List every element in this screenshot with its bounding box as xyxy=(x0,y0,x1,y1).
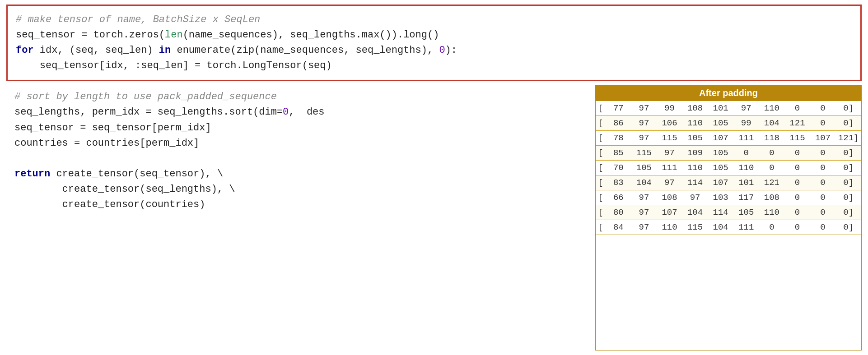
in-keyword: in xyxy=(159,45,171,56)
code-zero: 0 xyxy=(439,45,445,56)
bottom-section: # sort by length to use pack_padded_sequ… xyxy=(6,85,862,350)
table-cell: [ xyxy=(596,161,606,174)
table-cell: 105 xyxy=(733,206,759,219)
table-cell: 111 xyxy=(733,132,759,144)
table-cell: 0 xyxy=(810,191,836,204)
table-cell: 0] xyxy=(835,117,861,129)
code-sort-line: seq_lengths, perm_idx = seq_lengths.sort… xyxy=(14,106,325,118)
table-cell: 110 xyxy=(733,161,759,174)
code-tensor-line: seq_tensor = seq_tensor[perm_idx] xyxy=(14,122,211,134)
table-cell: 0 xyxy=(810,176,836,189)
table-cell: 115 xyxy=(682,221,708,234)
table-cell: 106 xyxy=(657,117,682,129)
table-cell: 0] xyxy=(835,176,861,189)
main-container: # make tensor of name, BatchSize x SeqLe… xyxy=(0,0,868,355)
table-row: [8097107104114105110000] xyxy=(596,205,861,220)
table-cell: [ xyxy=(596,117,606,129)
table-cell: [ xyxy=(596,191,606,204)
table-cell: 86 xyxy=(606,117,631,129)
table-cell: 104 xyxy=(708,221,733,234)
table-cell: 77 xyxy=(606,102,631,115)
table-row: [7897115105107111118115107121] xyxy=(596,131,861,146)
table-cell: 84 xyxy=(606,221,631,234)
table-cell: 0] xyxy=(835,221,861,234)
table-cell: 110 xyxy=(657,221,682,234)
table-cell: 115 xyxy=(657,132,682,144)
code-line-3b: enumerate(zip(name_sequences, seq_length… xyxy=(171,45,439,56)
code-line-4: seq_tensor[idx, :seq_len] = torch.LongTe… xyxy=(16,60,332,71)
table-cell: 107 xyxy=(708,132,733,144)
table-cell: 99 xyxy=(733,117,759,129)
table-cell: [ xyxy=(596,102,606,115)
table-cell: 109 xyxy=(682,147,708,159)
table-cell: 108 xyxy=(657,191,682,204)
table-cell: 80 xyxy=(606,206,631,219)
table-cell: 110 xyxy=(682,161,708,174)
table-row: [77979910810197110000] xyxy=(596,101,861,116)
table-cell: 114 xyxy=(708,206,733,219)
table-header: After padding xyxy=(596,85,861,101)
table-cell: 107 xyxy=(810,132,836,144)
table-cell: 110 xyxy=(682,117,708,129)
table-cell: [ xyxy=(596,147,606,159)
table-cell: 0 xyxy=(810,117,836,129)
table-cell: 0 xyxy=(784,221,810,234)
table-cell: 97 xyxy=(733,102,759,115)
table-cell: 97 xyxy=(631,191,657,204)
padding-table: After padding [77979910810197110000][869… xyxy=(595,85,862,350)
table-cell: 0 xyxy=(759,161,785,174)
table-cell: 0 xyxy=(810,102,836,115)
table-cell: 111 xyxy=(733,221,759,234)
table-cell: 97 xyxy=(631,132,657,144)
comment-line-1: # make tensor of name, BatchSize x SeqLe… xyxy=(16,14,260,25)
table-cell: 115 xyxy=(631,147,657,159)
table-cell: 0 xyxy=(810,206,836,219)
table-cell: 0] xyxy=(835,102,861,115)
table-cell: 108 xyxy=(682,102,708,115)
bottom-code-block: # sort by length to use pack_padded_sequ… xyxy=(6,85,595,350)
table-cell: 121 xyxy=(759,176,785,189)
table-cell: 104 xyxy=(631,176,657,189)
table-cell: 105 xyxy=(708,117,733,129)
table-cell: 0 xyxy=(810,161,836,174)
table-cell: 111 xyxy=(657,161,682,174)
table-cell: 107 xyxy=(657,206,682,219)
table-cell: 0 xyxy=(759,147,785,159)
table-cell: 83 xyxy=(606,176,631,189)
table-cell: 0] xyxy=(835,191,861,204)
table-cell: 118 xyxy=(759,132,785,144)
table-cell: 85 xyxy=(606,147,631,159)
table-cell: 107 xyxy=(708,176,733,189)
table-cell: 0] xyxy=(835,147,861,159)
table-cell: 105 xyxy=(708,147,733,159)
table-cell: 0 xyxy=(733,147,759,159)
table-cell: 105 xyxy=(631,161,657,174)
table-cell: 101 xyxy=(733,176,759,189)
table-cell: 104 xyxy=(759,117,785,129)
code-return-2: create_tensor(seq_lengths), \ xyxy=(14,184,235,195)
table-cell: 97 xyxy=(631,221,657,234)
table-cell: 110 xyxy=(759,206,785,219)
table-cell: 66 xyxy=(606,191,631,204)
table-cell: 0 xyxy=(759,221,785,234)
table-cell: 117 xyxy=(733,191,759,204)
table-cell: 0] xyxy=(835,206,861,219)
table-cell: 121] xyxy=(835,132,861,144)
code-line-3c: ): xyxy=(445,45,457,56)
table-cell: 0 xyxy=(810,147,836,159)
table-row: [851159710910500000] xyxy=(596,146,861,161)
return-keyword: return xyxy=(14,168,50,180)
table-cell: 108 xyxy=(759,191,785,204)
table-cell: 97 xyxy=(657,176,682,189)
table-cell: 103 xyxy=(708,191,733,204)
top-code-pre: # make tensor of name, BatchSize x SeqLe… xyxy=(16,12,852,74)
table-body: [77979910810197110000][86971061101059910… xyxy=(596,101,861,350)
table-cell: 105 xyxy=(708,161,733,174)
table-cell: 0 xyxy=(784,206,810,219)
table-row: [84971101151041110000] xyxy=(596,220,861,235)
table-cell: 0 xyxy=(810,221,836,234)
table-cell: 0] xyxy=(835,161,861,174)
bottom-code-pre: # sort by length to use pack_padded_sequ… xyxy=(14,89,587,212)
table-row: [8310497114107101121000] xyxy=(596,175,861,190)
table-cell: 0 xyxy=(784,161,810,174)
